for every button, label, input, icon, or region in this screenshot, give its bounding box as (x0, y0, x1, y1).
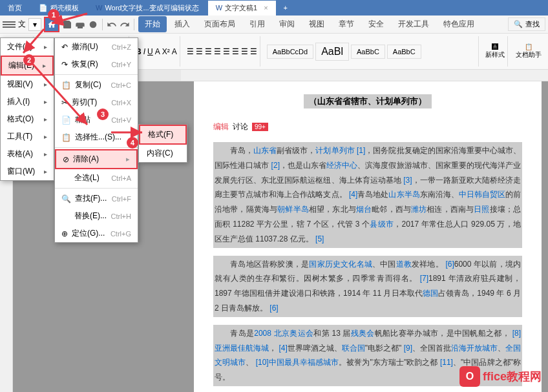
menu-view[interactable]: 视图(V)▸ (1, 76, 54, 93)
submenu-replace[interactable]: 替换(E)...Ctrl+H (55, 207, 138, 225)
redo-sub-icon: ↷ (61, 60, 68, 69)
tab-word-doc[interactable]: W Word文字技...变成可编辑状态 (88, 1, 207, 15)
doc-icon: W (216, 4, 222, 12)
indent-right-icon[interactable]: ☰ (214, 47, 221, 56)
ribbon-layout[interactable]: 页面布局 (198, 16, 242, 32)
style-4[interactable]: AaBbC (387, 45, 421, 59)
tab-add-icon[interactable]: + (277, 4, 294, 12)
copy-sub-icon: 📋 (61, 81, 71, 90)
submenu-select-all[interactable]: 全选(L)Ctrl+A (55, 169, 138, 187)
submenu-redo[interactable]: ↷恢复(R)Ctrl+Y (55, 56, 138, 73)
submenu-find[interactable]: 🔍查找(F)...Ctrl+F (55, 190, 138, 207)
home-icon (47, 20, 56, 29)
edit-row: 编辑 讨论 99+ (213, 121, 522, 132)
new-style-btn[interactable]: 🅰 新样式 (485, 43, 505, 59)
quick-access: 文 ▾ 开始 插入 页面布局 引用 审阅 视图 章节 安全 开发工具 特色应用 … (0, 15, 548, 34)
align-right-icon[interactable]: ☰ (241, 47, 248, 56)
save-icon[interactable] (62, 19, 72, 30)
menu-format[interactable]: 格式(O)▸ (1, 110, 54, 128)
tab-current-doc[interactable]: W 文字文稿1 × (208, 1, 276, 15)
submenu-select-paste[interactable]: 📋选择性...(S)... (55, 129, 138, 146)
super-icon[interactable]: X² (162, 47, 170, 56)
edit-link[interactable]: 编辑 (213, 121, 229, 132)
align-left-icon[interactable]: ☰ (223, 47, 230, 56)
ribbon-tabs: 开始 插入 页面布局 引用 审阅 视图 章节 安全 开发工具 特色应用 (138, 16, 481, 32)
style-1[interactable]: AaBbCcDd (267, 45, 313, 59)
submenu-paste[interactable]: 📄粘贴Ctrl+V (55, 111, 138, 129)
paragraph-2: 青岛地区昔称胶澳，是国家历史文化名城、中国道教发祥地。 [6]6000 年以前，… (213, 256, 522, 317)
align-center-icon[interactable]: ☰ (232, 47, 239, 56)
tab-home[interactable]: 首页 (0, 1, 30, 15)
ribbon-dev[interactable]: 开发工具 (392, 16, 436, 32)
clear-icon: ⊘ (63, 155, 69, 164)
clear-submenu: 格式(F) 内容(C) (138, 124, 187, 163)
word-icon: W (96, 4, 102, 12)
dropdown-btn[interactable]: ▾ (28, 18, 41, 31)
undo-icon[interactable] (107, 19, 117, 30)
submenu-clear[interactable]: ⊘清除(A)▸ (55, 149, 138, 169)
submenu-cut[interactable]: ✂剪切(T)Ctrl+X (55, 94, 138, 111)
clear-format[interactable]: 格式(F) (139, 125, 187, 145)
badge-1: 1 (48, 9, 59, 21)
badge-2: 2 (23, 54, 35, 66)
ribbon-security[interactable]: 安全 (362, 16, 390, 32)
ribbon-start[interactable]: 开始 (138, 16, 167, 32)
undo-sub-icon: ↶ (61, 43, 68, 52)
highlight-icon[interactable]: A (172, 47, 177, 56)
strike-icon[interactable]: A (155, 47, 160, 56)
assistant-btn[interactable]: 📋 文档助手 (512, 43, 545, 59)
ribbon-review[interactable]: 审阅 (273, 16, 301, 32)
menu-window[interactable]: 窗口(W)▸ (1, 163, 54, 180)
numbered-icon[interactable]: ☰ (196, 47, 203, 56)
doc-title: （山东省省辖市、计划单列市） (304, 94, 432, 108)
submenu-undo[interactable]: ↶撤消(U)Ctrl+Z (55, 38, 138, 56)
menu-table[interactable]: 表格(A)▸ (1, 145, 54, 163)
ribbon-view[interactable]: 视图 (302, 16, 331, 32)
submenu-copy[interactable]: 📋复制(C)Ctrl+C (55, 76, 138, 94)
menu-file[interactable]: 文件(F)▸ (1, 38, 54, 56)
goto-icon: ⊕ (61, 229, 68, 238)
page[interactable]: （山东省省辖市、计划单列市） 编辑 讨论 99+ 青岛，山东省副省级市，计划单列… (194, 81, 542, 392)
badge: 99+ (252, 123, 268, 131)
find-icon: 🔍 (61, 194, 71, 203)
badge-4: 4 (127, 137, 138, 149)
ribbon-special[interactable]: 特色应用 (437, 16, 481, 32)
list-icon[interactable]: ☰ (187, 47, 194, 56)
search-icon: 🔍 (514, 20, 523, 28)
submenu-goto[interactable]: ⊕定位(G)...Ctrl+G (55, 225, 138, 242)
watermark-icon: O (459, 366, 480, 387)
menu-tools[interactable]: 工具(T)▸ (1, 128, 54, 145)
text-label: 文 (18, 19, 26, 30)
indent-left-icon[interactable]: ☰ (205, 47, 212, 56)
cut-sub-icon: ✂ (61, 98, 68, 107)
hamburger-icon[interactable] (3, 18, 16, 31)
watermark: O ffice教程网 (459, 366, 542, 387)
badge-3: 3 (97, 108, 109, 120)
paragraph-1: 青岛，山东省副省级市，计划单列市 [1]，国务院批复确定的国家沿海重要中心城市、… (213, 142, 522, 248)
clear-content[interactable]: 内容(C) (139, 145, 187, 162)
tab-close-icon[interactable]: × (264, 4, 268, 12)
svg-point-0 (90, 21, 97, 28)
paste-sub-icon: 📄 (61, 116, 71, 125)
edit-submenu: ↶撤消(U)Ctrl+Z ↷恢复(R)Ctrl+Y 📋复制(C)Ctrl+C ✂… (54, 37, 138, 243)
italic-icon[interactable]: I (143, 47, 145, 56)
style-2[interactable]: AaBl (315, 43, 349, 61)
chevron-down-icon: ▾ (33, 20, 37, 29)
titlebar: 首页 📄 稻壳模板 W Word文字技...变成可编辑状态 W 文字文稿1 × … (0, 0, 548, 15)
ribbon-insert[interactable]: 插入 (168, 16, 196, 32)
style-3[interactable]: AaBbC (351, 45, 385, 59)
justify-icon[interactable]: ☰ (250, 47, 257, 56)
redo-icon[interactable] (120, 19, 130, 30)
discuss-link[interactable]: 讨论 (233, 121, 248, 132)
underline-icon[interactable]: U (147, 47, 153, 56)
preview-icon[interactable] (88, 19, 98, 30)
search-box[interactable]: 🔍 查找 (508, 17, 545, 31)
ribbon-reference[interactable]: 引用 (243, 16, 271, 32)
ribbon-section[interactable]: 章节 (332, 16, 361, 32)
template-icon: 📄 (39, 4, 48, 12)
print-icon[interactable] (75, 19, 85, 30)
menu-insert[interactable]: 插入(I)▸ (1, 93, 54, 110)
selpaste-icon: 📋 (61, 133, 71, 142)
